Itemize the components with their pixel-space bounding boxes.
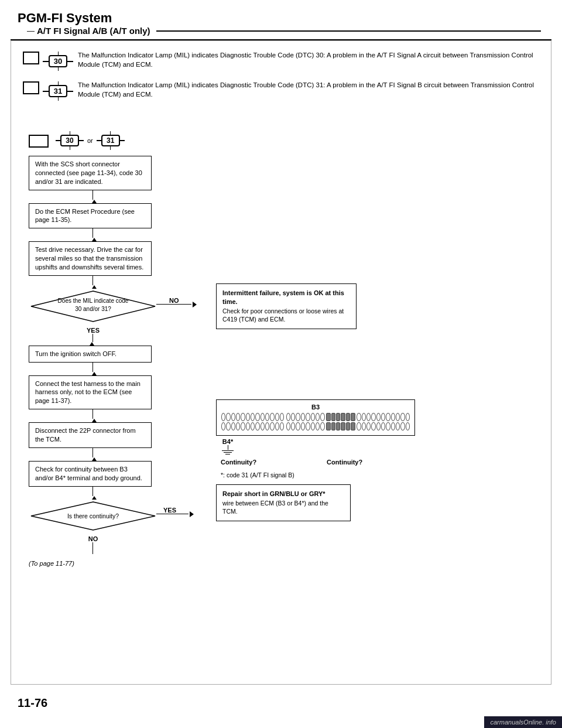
flow-step-5: Connect the test harness to the main har…	[29, 375, 152, 410]
intermittent-box: Intermittent failure, system is OK at th…	[216, 283, 357, 329]
pin-r2-11	[270, 422, 274, 430]
pin-7	[251, 413, 255, 421]
dtc-badge-group-30: 30	[43, 52, 73, 71]
flow-step-7: Check for continuity between B3 and/or B…	[29, 461, 152, 487]
badge-or-label: or	[87, 137, 93, 144]
pin-16	[296, 413, 300, 421]
pin-r2-25	[371, 422, 375, 430]
pin-hl-2	[331, 413, 335, 421]
pin-r2-3	[231, 422, 235, 430]
pin-r2-13	[280, 422, 284, 430]
dtc-desc-30: The Malfunction Indicator Lamp (MIL) ind…	[78, 50, 539, 69]
pin-r2-15	[291, 422, 295, 430]
pin-18	[306, 413, 310, 421]
pin-r2-24	[366, 422, 371, 430]
pin-3	[231, 413, 235, 421]
pin-r2-29	[391, 422, 395, 430]
pin-r2-hl-3	[336, 422, 340, 430]
intermittent-failure-area: Intermittent failure, system is OK at th…	[216, 283, 539, 329]
section-title: A/T FI Signal A/B (A/T only)	[37, 26, 150, 36]
pin-r2-17	[301, 422, 305, 430]
flowchart: 30 or 31	[23, 131, 539, 567]
dtc-badge-31: 31	[49, 85, 67, 97]
pin-r2-hl-6	[351, 422, 355, 430]
pin-r2-1	[221, 422, 225, 430]
pin-r2-7	[251, 422, 255, 430]
pin-10	[265, 413, 269, 421]
pin-13	[280, 413, 284, 421]
intermittent-body: Check for poor connections or loose wire…	[222, 307, 344, 323]
pin-r2-5	[241, 422, 245, 430]
dtc-row-31: 31 The Malfunction Indicator Lamp (MIL) …	[23, 80, 539, 101]
footer-watermark: carmanualsOnline. info	[484, 716, 562, 728]
pin-r2-19	[311, 422, 315, 430]
pin-21	[320, 413, 324, 421]
page-ref: (To page 11-77)	[29, 560, 204, 567]
intermittent-title: Intermittent failure, system is OK at th…	[222, 289, 344, 305]
flow-badge-30: 30	[60, 135, 79, 146]
pin-r2-9	[261, 422, 265, 430]
main-content: 30 The Malfunction Indicator Lamp (MIL) …	[11, 40, 551, 685]
checkbox-30	[23, 52, 39, 64]
pin-r2-23	[362, 422, 366, 430]
flow-checkbox	[29, 135, 49, 148]
pin-r2-22	[357, 422, 361, 430]
pin-hl-4	[341, 413, 345, 421]
pin-r2-30	[396, 422, 400, 430]
pin-31	[400, 413, 405, 421]
flow-columns: With the SCS short connector connected (…	[23, 156, 539, 567]
pin-1	[221, 413, 225, 421]
pin-r2-14	[286, 422, 290, 430]
pin-r2-27	[381, 422, 385, 430]
flow-step-3: Test drive necessary. Drive the car for …	[29, 241, 152, 276]
connector-b4-label: B4*	[222, 438, 233, 445]
pin-r2-20	[316, 422, 320, 430]
continuity-label-1: Continuity?	[221, 459, 256, 466]
pin-22	[357, 413, 361, 421]
dtc-badge-30: 30	[49, 55, 67, 67]
no-label-1: NO	[169, 297, 179, 304]
pin-19	[311, 413, 315, 421]
pin-r2-hl-4	[341, 422, 345, 430]
pin-r2-12	[275, 422, 279, 430]
repair-label: Repair short in GRN/BLU or GRY*	[222, 490, 325, 497]
pin-r2-18	[306, 422, 310, 430]
flow-step-6: Disconnect the 22P connector from the TC…	[29, 422, 152, 448]
yes-label-1: YES	[29, 327, 157, 334]
connector-b3-diagram: B3	[216, 399, 415, 436]
pin-hl-6	[351, 413, 355, 421]
flow-step-2: Do the ECM Reset Procedure (see page 11-…	[29, 203, 152, 229]
pin-5	[241, 413, 245, 421]
pin-4	[236, 413, 240, 421]
pin-25	[371, 413, 375, 421]
pin-r2-6	[246, 422, 250, 430]
dtc-row-30: 30 The Malfunction Indicator Lamp (MIL) …	[23, 50, 539, 71]
pin-r2-28	[386, 422, 390, 430]
svg-text:Does the MIL indicate code: Does the MIL indicate code	[58, 298, 129, 304]
pin-24	[366, 413, 371, 421]
pin-9	[261, 413, 265, 421]
pin-23	[362, 413, 366, 421]
pin-hl-5	[346, 413, 350, 421]
flow-badge-31: 31	[101, 135, 120, 146]
pin-r2-hl-2	[331, 422, 335, 430]
svg-text:30 and/or 31?: 30 and/or 31?	[75, 306, 111, 312]
pin-20	[316, 413, 320, 421]
pin-r2-31	[400, 422, 405, 430]
flow-step-4: Turn the ignition switch OFF.	[29, 346, 152, 363]
dtc-desc-31: The Malfunction Indicator Lamp (MIL) ind…	[78, 80, 539, 99]
pin-8	[255, 413, 259, 421]
page-container: PGM-FI System — A/T FI Signal A/B (A/T o…	[0, 0, 562, 728]
pin-r2-hl-1	[326, 422, 330, 430]
pin-14	[286, 413, 290, 421]
dtc-badge-group-31: 31	[43, 81, 73, 101]
repair-box-area: Repair short in GRN/BLU or GRY* wire bet…	[216, 484, 539, 521]
pin-r2-8	[255, 422, 259, 430]
pin-30	[396, 413, 400, 421]
page-number: 11-76	[0, 691, 562, 716]
diamond-1-svg: Does the MIL indicate code 30 and/or 31?	[29, 289, 157, 324]
pin-r2-21	[320, 422, 324, 430]
pin-r2-2	[226, 422, 230, 430]
page-title: PGM-FI System	[0, 0, 562, 26]
footnote: *: code 31 (A/T FI signal B)	[221, 471, 539, 479]
